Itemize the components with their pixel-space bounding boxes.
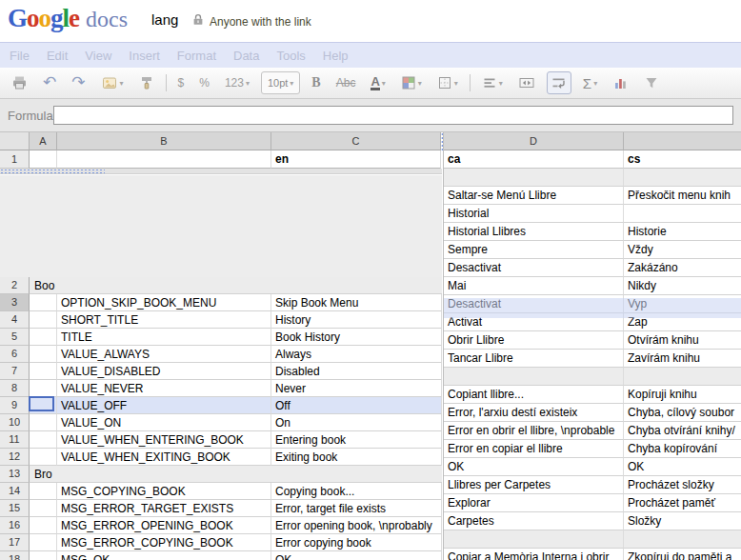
row-header-18[interactable]: 18 (0, 551, 30, 560)
cell-D-row9[interactable]: Activat (444, 313, 624, 331)
row-header-8[interactable]: 8 (0, 380, 30, 397)
redo-button[interactable]: ↷ (68, 71, 89, 94)
column-header-C[interactable]: C (271, 132, 441, 150)
cell-A16[interactable] (30, 517, 57, 534)
menu-view[interactable]: View (85, 49, 111, 63)
cell-C5[interactable]: Book History (271, 329, 442, 346)
cell-B17[interactable]: MSG_ERROR_COPYING_BOOK (57, 534, 271, 551)
cell-A8[interactable] (30, 380, 57, 397)
cell-D-row1[interactable] (444, 169, 624, 187)
cell-E-row1[interactable] (624, 169, 741, 187)
cell-A7[interactable] (30, 363, 57, 380)
cell-D-row2[interactable]: Saltar-se Menú Llibre (444, 187, 624, 205)
cell-A12[interactable] (30, 449, 57, 466)
menu-format[interactable]: Format (177, 49, 216, 63)
chart-button[interactable] (609, 71, 632, 94)
row-header-3[interactable]: 3 (0, 294, 30, 311)
cell-D-row12[interactable] (444, 368, 624, 386)
menu-file[interactable]: File (10, 49, 30, 63)
row-header-7[interactable]: 7 (0, 363, 30, 380)
cell-E-row7[interactable]: Nikdy (624, 277, 741, 295)
cell-B7[interactable]: VALUE_DISABLED (57, 363, 271, 380)
row-header-4[interactable]: 4 (0, 311, 30, 329)
row-header-13[interactable]: 13 (0, 466, 30, 483)
row-header-11[interactable]: 11 (0, 431, 30, 449)
cell-C4[interactable]: History (271, 311, 442, 329)
menu-tools[interactable]: Tools (276, 49, 305, 63)
cell-E-row18[interactable]: Procházet složky (624, 476, 741, 494)
frozen-row-divider-icon[interactable] (0, 169, 105, 174)
cell-D-row16[interactable]: Error en copiar el llibre (444, 440, 624, 458)
cell-B5[interactable]: TITLE (57, 329, 271, 346)
cell-C3[interactable]: Skip Book Menu (271, 294, 442, 311)
paint-format-button[interactable] (135, 71, 158, 94)
menu-insert[interactable]: Insert (129, 49, 160, 63)
cell-C6[interactable]: Always (271, 346, 442, 363)
cell-D-row18[interactable]: Llibres per Carpetes (444, 476, 624, 494)
cell-B9[interactable]: VALUE_OFF (57, 397, 271, 414)
cell-D-row8[interactable]: Desactivat (444, 295, 624, 313)
number-format-button[interactable]: 123▾ (221, 71, 253, 94)
cell-E-row6[interactable]: Zakázáno (624, 259, 741, 277)
cell-C10[interactable]: On (271, 414, 442, 431)
cell-D-row14[interactable]: Error, l'arxiu destí existeix (444, 404, 624, 422)
borders-button[interactable]: ▾ (433, 71, 462, 94)
wrap-text-button[interactable] (547, 71, 571, 94)
row-header-1[interactable]: 1 (0, 150, 30, 169)
menu-help[interactable]: Help (323, 49, 349, 63)
cell-D-row17[interactable]: OK (444, 458, 624, 476)
cell-E-row13[interactable]: Kopíruji knihu (624, 386, 741, 404)
cell-D-row7[interactable]: Mai (444, 277, 624, 295)
cell-B8[interactable]: VALUE_NEVER (57, 380, 271, 397)
cell-A4[interactable] (30, 311, 57, 329)
cell-C14[interactable]: Copying book... (271, 483, 442, 500)
cell-B4[interactable]: SHORT_TITLE (57, 311, 271, 329)
cell-D-row22[interactable]: Copiar a Memòria Interna i obrir (444, 549, 624, 560)
cell-D-row13[interactable]: Copiant llibre... (444, 386, 624, 404)
cell-B6[interactable]: VALUE_ALWAYS (57, 346, 271, 363)
cell-E-row4[interactable]: Historie (624, 223, 741, 241)
cell-B14[interactable]: MSG_COPYING_BOOK (57, 483, 271, 500)
cell-E-row15[interactable]: Chyba otvírání knihy/ (624, 422, 741, 440)
menu-data[interactable]: Data (233, 49, 259, 63)
row-header-9[interactable]: 9 (0, 397, 30, 414)
filter-button[interactable] (640, 71, 663, 94)
row-header-14[interactable]: 14 (0, 483, 30, 500)
cell-E-row21[interactable] (624, 530, 741, 549)
cell-E-row14[interactable]: Chyba, cílový soubor (624, 404, 741, 422)
strikethrough-button[interactable]: Abc (332, 71, 360, 94)
format-percent-button[interactable]: % (195, 71, 213, 94)
cell-B10[interactable]: VALUE_ON (57, 414, 271, 431)
bold-button[interactable]: B (308, 71, 324, 94)
cell-A3[interactable] (30, 294, 57, 311)
cell-B1[interactable] (57, 150, 271, 169)
cell-C17[interactable]: Error copying book (271, 534, 442, 551)
column-header-A[interactable]: A (30, 132, 57, 150)
cell-A18[interactable] (30, 551, 57, 560)
cell-B11[interactable]: VALUE_WHEN_ENTERING_BOOK (57, 431, 271, 449)
cell-D-row20[interactable]: Carpetes (444, 512, 624, 530)
cell-D1[interactable]: ca (444, 150, 624, 169)
cell-C9[interactable]: Off (271, 397, 442, 414)
column-header-E[interactable] (624, 132, 741, 150)
merge-cells-button[interactable] (514, 71, 539, 94)
cell-C12[interactable]: Exiting book (271, 449, 442, 466)
insert-image-button[interactable]: ▾ (97, 71, 128, 94)
cell-A17[interactable] (30, 534, 57, 551)
cell-C15[interactable]: Error, target file exists (271, 500, 442, 517)
cell-D-row10[interactable]: Obrir Llibre (444, 331, 624, 350)
cell-A2[interactable]: Boo (30, 277, 442, 294)
row-header-15[interactable]: 15 (0, 500, 30, 517)
cell-D-row5[interactable]: Sempre (444, 241, 624, 259)
column-header-D[interactable]: D (444, 132, 624, 150)
cell-D-row21[interactable] (444, 530, 624, 549)
cell-E-row10[interactable]: Otvírám knihu (624, 331, 741, 350)
row-header-6[interactable]: 6 (0, 346, 30, 363)
cell-A15[interactable] (30, 500, 57, 517)
column-header-B[interactable]: B (57, 132, 271, 150)
cell-E-row3[interactable] (624, 205, 741, 223)
cell-D-row15[interactable]: Error en obrir el llibre, \nprobable (444, 422, 624, 440)
cell-A11[interactable] (30, 431, 57, 449)
cell-A6[interactable] (30, 346, 57, 363)
menu-edit[interactable]: Edit (47, 49, 68, 63)
